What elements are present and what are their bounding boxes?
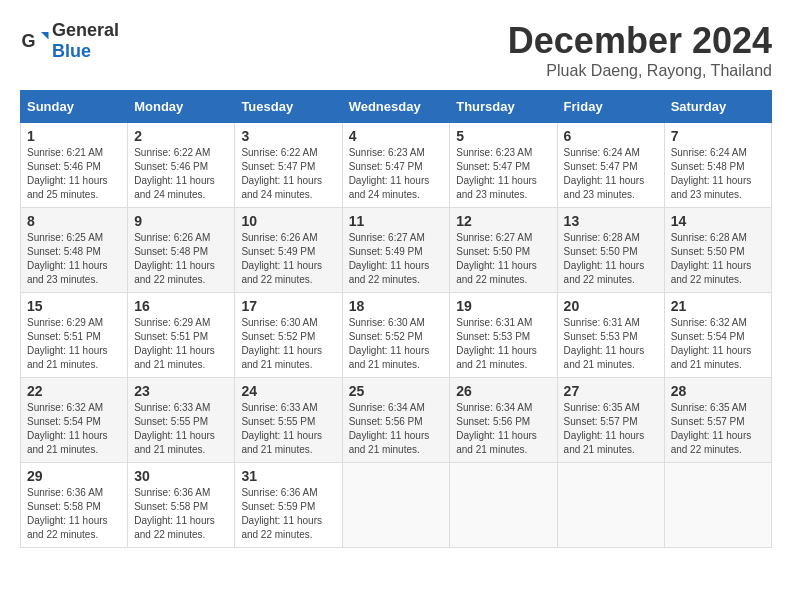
day-number: 12: [456, 213, 550, 229]
day-info: Sunrise: 6:28 AMSunset: 5:50 PMDaylight:…: [671, 232, 752, 285]
weekday-header-row: SundayMondayTuesdayWednesdayThursdayFrid…: [21, 91, 772, 123]
day-number: 22: [27, 383, 121, 399]
calendar-cell: 15 Sunrise: 6:29 AMSunset: 5:51 PMDaylig…: [21, 293, 128, 378]
day-info: Sunrise: 6:33 AMSunset: 5:55 PMDaylight:…: [134, 402, 215, 455]
calendar-week-3: 15 Sunrise: 6:29 AMSunset: 5:51 PMDaylig…: [21, 293, 772, 378]
day-info: Sunrise: 6:34 AMSunset: 5:56 PMDaylight:…: [349, 402, 430, 455]
calendar-cell: 12 Sunrise: 6:27 AMSunset: 5:50 PMDaylig…: [450, 208, 557, 293]
day-info: Sunrise: 6:22 AMSunset: 5:46 PMDaylight:…: [134, 147, 215, 200]
calendar-week-2: 8 Sunrise: 6:25 AMSunset: 5:48 PMDayligh…: [21, 208, 772, 293]
day-number: 10: [241, 213, 335, 229]
calendar-cell: [342, 463, 450, 548]
day-info: Sunrise: 6:36 AMSunset: 5:58 PMDaylight:…: [27, 487, 108, 540]
day-info: Sunrise: 6:29 AMSunset: 5:51 PMDaylight:…: [134, 317, 215, 370]
day-number: 26: [456, 383, 550, 399]
calendar-cell: 7 Sunrise: 6:24 AMSunset: 5:48 PMDayligh…: [664, 123, 771, 208]
calendar-cell: 10 Sunrise: 6:26 AMSunset: 5:49 PMDaylig…: [235, 208, 342, 293]
day-number: 6: [564, 128, 658, 144]
weekday-header-tuesday: Tuesday: [235, 91, 342, 123]
day-info: Sunrise: 6:24 AMSunset: 5:47 PMDaylight:…: [564, 147, 645, 200]
calendar-cell: 9 Sunrise: 6:26 AMSunset: 5:48 PMDayligh…: [128, 208, 235, 293]
day-number: 30: [134, 468, 228, 484]
day-info: Sunrise: 6:23 AMSunset: 5:47 PMDaylight:…: [349, 147, 430, 200]
day-number: 18: [349, 298, 444, 314]
calendar-cell: [664, 463, 771, 548]
day-number: 14: [671, 213, 765, 229]
day-info: Sunrise: 6:28 AMSunset: 5:50 PMDaylight:…: [564, 232, 645, 285]
day-info: Sunrise: 6:23 AMSunset: 5:47 PMDaylight:…: [456, 147, 537, 200]
logo-general: General: [52, 20, 119, 40]
day-number: 25: [349, 383, 444, 399]
svg-marker-1: [41, 32, 49, 40]
day-number: 20: [564, 298, 658, 314]
calendar-cell: 5 Sunrise: 6:23 AMSunset: 5:47 PMDayligh…: [450, 123, 557, 208]
day-info: Sunrise: 6:31 AMSunset: 5:53 PMDaylight:…: [564, 317, 645, 370]
calendar-cell: 13 Sunrise: 6:28 AMSunset: 5:50 PMDaylig…: [557, 208, 664, 293]
day-number: 16: [134, 298, 228, 314]
calendar-week-4: 22 Sunrise: 6:32 AMSunset: 5:54 PMDaylig…: [21, 378, 772, 463]
logo-icon: G: [20, 26, 50, 56]
calendar-cell: 29 Sunrise: 6:36 AMSunset: 5:58 PMDaylig…: [21, 463, 128, 548]
month-title: December 2024: [508, 20, 772, 62]
calendar-cell: [557, 463, 664, 548]
day-info: Sunrise: 6:36 AMSunset: 5:58 PMDaylight:…: [134, 487, 215, 540]
calendar-cell: 23 Sunrise: 6:33 AMSunset: 5:55 PMDaylig…: [128, 378, 235, 463]
day-number: 2: [134, 128, 228, 144]
title-section: December 2024 Pluak Daeng, Rayong, Thail…: [508, 20, 772, 80]
location-title: Pluak Daeng, Rayong, Thailand: [508, 62, 772, 80]
day-number: 11: [349, 213, 444, 229]
day-number: 31: [241, 468, 335, 484]
calendar-cell: 30 Sunrise: 6:36 AMSunset: 5:58 PMDaylig…: [128, 463, 235, 548]
calendar-cell: 14 Sunrise: 6:28 AMSunset: 5:50 PMDaylig…: [664, 208, 771, 293]
calendar-cell: 25 Sunrise: 6:34 AMSunset: 5:56 PMDaylig…: [342, 378, 450, 463]
weekday-header-monday: Monday: [128, 91, 235, 123]
day-info: Sunrise: 6:33 AMSunset: 5:55 PMDaylight:…: [241, 402, 322, 455]
logo-blue: Blue: [52, 41, 91, 61]
calendar-table: SundayMondayTuesdayWednesdayThursdayFrid…: [20, 90, 772, 548]
day-number: 7: [671, 128, 765, 144]
weekday-header-wednesday: Wednesday: [342, 91, 450, 123]
day-number: 9: [134, 213, 228, 229]
day-number: 5: [456, 128, 550, 144]
calendar-cell: 18 Sunrise: 6:30 AMSunset: 5:52 PMDaylig…: [342, 293, 450, 378]
day-info: Sunrise: 6:31 AMSunset: 5:53 PMDaylight:…: [456, 317, 537, 370]
calendar-cell: 17 Sunrise: 6:30 AMSunset: 5:52 PMDaylig…: [235, 293, 342, 378]
day-info: Sunrise: 6:26 AMSunset: 5:48 PMDaylight:…: [134, 232, 215, 285]
day-number: 24: [241, 383, 335, 399]
calendar-cell: 19 Sunrise: 6:31 AMSunset: 5:53 PMDaylig…: [450, 293, 557, 378]
calendar-cell: 3 Sunrise: 6:22 AMSunset: 5:47 PMDayligh…: [235, 123, 342, 208]
weekday-header-thursday: Thursday: [450, 91, 557, 123]
day-number: 3: [241, 128, 335, 144]
calendar-week-1: 1 Sunrise: 6:21 AMSunset: 5:46 PMDayligh…: [21, 123, 772, 208]
day-number: 1: [27, 128, 121, 144]
day-info: Sunrise: 6:29 AMSunset: 5:51 PMDaylight:…: [27, 317, 108, 370]
day-info: Sunrise: 6:32 AMSunset: 5:54 PMDaylight:…: [27, 402, 108, 455]
weekday-header-sunday: Sunday: [21, 91, 128, 123]
day-number: 23: [134, 383, 228, 399]
day-number: 27: [564, 383, 658, 399]
calendar-cell: 22 Sunrise: 6:32 AMSunset: 5:54 PMDaylig…: [21, 378, 128, 463]
calendar-cell: 6 Sunrise: 6:24 AMSunset: 5:47 PMDayligh…: [557, 123, 664, 208]
calendar-cell: 16 Sunrise: 6:29 AMSunset: 5:51 PMDaylig…: [128, 293, 235, 378]
day-info: Sunrise: 6:35 AMSunset: 5:57 PMDaylight:…: [671, 402, 752, 455]
calendar-cell: 26 Sunrise: 6:34 AMSunset: 5:56 PMDaylig…: [450, 378, 557, 463]
day-info: Sunrise: 6:21 AMSunset: 5:46 PMDaylight:…: [27, 147, 108, 200]
day-number: 17: [241, 298, 335, 314]
day-number: 13: [564, 213, 658, 229]
calendar-cell: 11 Sunrise: 6:27 AMSunset: 5:49 PMDaylig…: [342, 208, 450, 293]
calendar-cell: 28 Sunrise: 6:35 AMSunset: 5:57 PMDaylig…: [664, 378, 771, 463]
day-number: 29: [27, 468, 121, 484]
day-number: 4: [349, 128, 444, 144]
calendar-cell: 21 Sunrise: 6:32 AMSunset: 5:54 PMDaylig…: [664, 293, 771, 378]
calendar-week-5: 29 Sunrise: 6:36 AMSunset: 5:58 PMDaylig…: [21, 463, 772, 548]
day-number: 21: [671, 298, 765, 314]
day-number: 19: [456, 298, 550, 314]
day-info: Sunrise: 6:34 AMSunset: 5:56 PMDaylight:…: [456, 402, 537, 455]
day-info: Sunrise: 6:35 AMSunset: 5:57 PMDaylight:…: [564, 402, 645, 455]
svg-text:G: G: [22, 31, 36, 51]
calendar-cell: 24 Sunrise: 6:33 AMSunset: 5:55 PMDaylig…: [235, 378, 342, 463]
calendar-cell: 31 Sunrise: 6:36 AMSunset: 5:59 PMDaylig…: [235, 463, 342, 548]
weekday-header-friday: Friday: [557, 91, 664, 123]
calendar-cell: 2 Sunrise: 6:22 AMSunset: 5:46 PMDayligh…: [128, 123, 235, 208]
calendar-cell: [450, 463, 557, 548]
